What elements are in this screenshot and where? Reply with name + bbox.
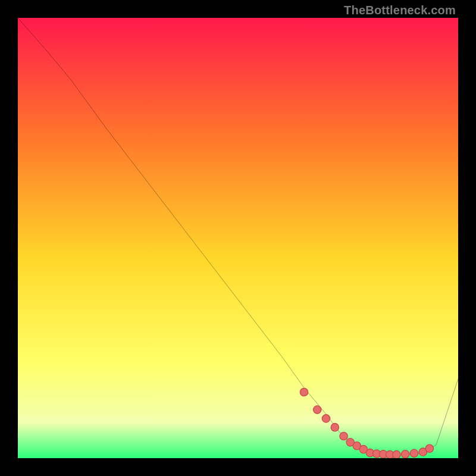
gradient-bg	[18, 18, 458, 458]
curve-dot	[322, 415, 330, 422]
curve-dot	[393, 450, 400, 458]
curve-dot	[410, 449, 418, 457]
curve-dot	[402, 450, 409, 458]
watermark-text: TheBottleneck.com	[344, 4, 456, 17]
curve-dot	[331, 424, 339, 431]
curve-dot	[314, 406, 321, 414]
chart-frame: TheBottleneck.com	[0, 0, 476, 476]
curve-dot	[340, 432, 347, 440]
curve-dot	[300, 388, 308, 396]
chart-plot	[18, 18, 458, 458]
curve-dot	[425, 444, 433, 452]
